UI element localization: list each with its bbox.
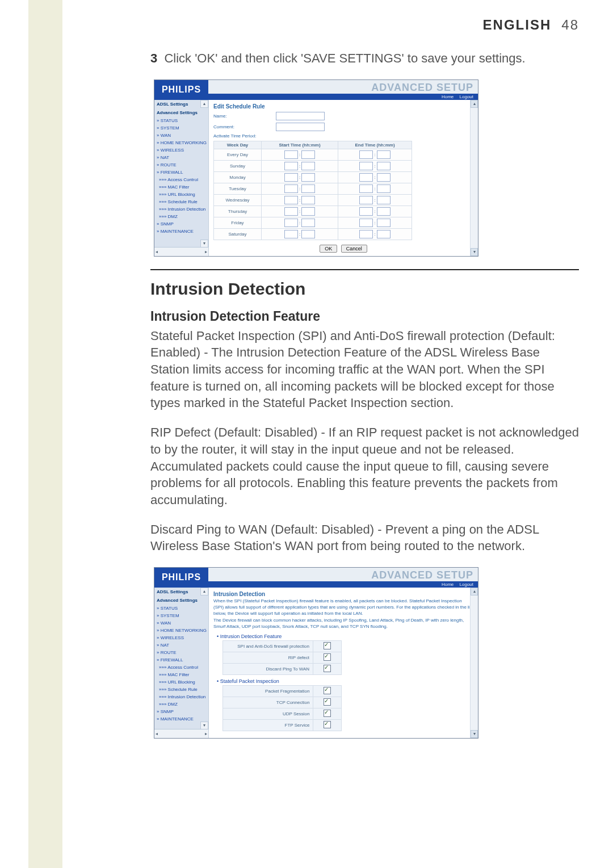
end-m-input[interactable] <box>377 230 391 238</box>
end-h-input[interactable] <box>359 207 373 216</box>
sidebar-heading-advanced[interactable]: Advanced Settings <box>154 596 208 605</box>
start-m-input[interactable] <box>301 196 315 204</box>
start-m-input[interactable] <box>301 162 315 170</box>
step-text: Click 'OK' and then click 'SAVE SETTINGS… <box>164 51 525 65</box>
sidebar-item[interactable]: » ROUTE <box>154 649 208 656</box>
scroll-up-icon[interactable]: ▴ <box>471 588 478 596</box>
end-h-input[interactable] <box>359 196 373 204</box>
checkbox[interactable] <box>324 653 331 661</box>
sidebar-item[interactable]: »»» DMZ <box>154 213 208 220</box>
sidebar-item[interactable]: » WIRELESS <box>154 146 208 154</box>
scroll-up-icon[interactable]: ▴ <box>471 100 478 108</box>
sidebar: ▴ ADSL Settings Advanced Settings » STAT… <box>154 100 209 256</box>
start-m-input[interactable] <box>301 230 315 238</box>
end-m-input[interactable] <box>377 162 391 170</box>
sidebar-item[interactable]: » MAINTENANCE <box>154 228 208 235</box>
row-label: Packet Fragmentation <box>223 685 313 697</box>
start-h-input[interactable] <box>284 219 298 227</box>
start-h-input[interactable] <box>284 173 298 182</box>
logout-link[interactable]: Logout <box>460 582 473 587</box>
scroll-down-icon[interactable]: ▾ <box>471 248 478 256</box>
checkbox[interactable] <box>324 642 331 649</box>
sidebar-item[interactable]: » SYSTEM <box>154 124 208 132</box>
sidebar-item[interactable]: » SNMP <box>154 220 208 228</box>
sidebar-item[interactable]: »»» URL Blocking <box>154 678 208 686</box>
end-h-input[interactable] <box>359 173 373 182</box>
sidebar-item[interactable]: » WAN <box>154 132 208 139</box>
start-m-input[interactable] <box>301 173 315 182</box>
h-scrollbar[interactable]: ◂▸ <box>154 729 208 738</box>
sidebar-item[interactable]: »»» Access Control <box>154 176 208 183</box>
sidebar-item[interactable]: » NAT <box>154 154 208 161</box>
sidebar-item[interactable]: »»» Intrusion Detection <box>154 693 208 701</box>
sidebar-item[interactable]: » SNMP <box>154 708 208 715</box>
end-h-input[interactable] <box>359 219 373 227</box>
sidebar-item[interactable]: »»» Schedule Rule <box>154 198 208 206</box>
scroll-up-icon[interactable]: ▴ <box>200 588 208 596</box>
cancel-button[interactable]: Cancel <box>341 245 367 253</box>
sidebar-item[interactable]: »»» URL Blocking <box>154 191 208 198</box>
paragraph: Stateful Packet Inspection (SPI) and Ant… <box>150 328 579 412</box>
checkbox[interactable] <box>324 710 331 717</box>
end-h-input[interactable] <box>359 150 373 159</box>
logout-link[interactable]: Logout <box>460 94 473 99</box>
sidebar-item[interactable]: » WIRELESS <box>154 634 208 641</box>
scroll-down-icon[interactable]: ▾ <box>471 730 478 738</box>
start-h-input[interactable] <box>284 184 298 193</box>
h-scrollbar[interactable]: ◂▸ <box>154 247 208 256</box>
sidebar-item[interactable]: » NAT <box>154 641 208 649</box>
start-h-input[interactable] <box>284 162 298 170</box>
sidebar-item[interactable]: »»» DMZ <box>154 701 208 708</box>
checkbox[interactable] <box>324 665 331 672</box>
comment-input[interactable] <box>276 123 325 131</box>
checkbox[interactable] <box>324 698 331 706</box>
end-h-input[interactable] <box>359 230 373 238</box>
scroll-down-icon[interactable]: ▾ <box>200 240 208 248</box>
sidebar-item[interactable]: » HOME NETWORKING <box>154 139 208 146</box>
end-h-input[interactable] <box>359 184 373 193</box>
end-m-input[interactable] <box>377 173 391 182</box>
v-scrollbar[interactable]: ▴ ▾ <box>470 100 478 256</box>
start-h-input[interactable] <box>284 207 298 216</box>
end-m-input[interactable] <box>377 196 391 204</box>
name-input[interactable] <box>276 112 325 120</box>
scroll-down-icon[interactable]: ▾ <box>200 722 208 729</box>
end-m-input[interactable] <box>377 150 391 159</box>
checkbox[interactable] <box>324 721 331 728</box>
start-m-input[interactable] <box>301 150 315 159</box>
scroll-up-icon[interactable]: ▴ <box>200 100 208 108</box>
sidebar-item[interactable]: »»» Access Control <box>154 664 208 671</box>
sidebar-item[interactable]: » FIREWALL <box>154 169 208 176</box>
sidebar-item[interactable]: » FIREWALL <box>154 656 208 664</box>
row-label: RIP defect <box>223 652 313 663</box>
start-h-input[interactable] <box>284 150 298 159</box>
sidebar-item[interactable]: » WAN <box>154 619 208 627</box>
ok-button[interactable]: OK <box>320 245 337 253</box>
end-h-input[interactable] <box>359 162 373 170</box>
sub-header: • Stateful Packet Inspection <box>217 678 473 684</box>
sidebar-heading-advanced[interactable]: Advanced Settings <box>154 108 208 117</box>
sidebar-item[interactable]: » ROUTE <box>154 161 208 169</box>
sidebar-item[interactable]: »»» MAC Filter <box>154 183 208 191</box>
sidebar-item[interactable]: » HOME NETWORKING <box>154 627 208 634</box>
sidebar-item[interactable]: » STATUS <box>154 117 208 124</box>
checkbox[interactable] <box>324 687 331 694</box>
v-scrollbar[interactable]: ▴ ▾ <box>470 588 478 738</box>
home-link[interactable]: Home <box>442 94 454 99</box>
end-m-input[interactable] <box>377 184 391 193</box>
start-m-input[interactable] <box>301 219 315 227</box>
sidebar-item[interactable]: »»» Schedule Rule <box>154 686 208 693</box>
sidebar-item[interactable]: »»» MAC Filter <box>154 671 208 678</box>
start-h-input[interactable] <box>284 196 298 204</box>
sidebar-item[interactable]: » STATUS <box>154 605 208 612</box>
end-m-input[interactable] <box>377 207 391 216</box>
home-link[interactable]: Home <box>442 582 454 587</box>
start-m-input[interactable] <box>301 207 315 216</box>
sidebar-item[interactable]: » SYSTEM <box>154 612 208 619</box>
margin-bar <box>28 0 62 868</box>
end-m-input[interactable] <box>377 219 391 227</box>
start-m-input[interactable] <box>301 184 315 193</box>
sidebar-item[interactable]: »»» Intrusion Detection <box>154 206 208 213</box>
start-h-input[interactable] <box>284 230 298 238</box>
page: ENGLISH 48 3 Click 'OK' and then click '… <box>0 0 613 868</box>
